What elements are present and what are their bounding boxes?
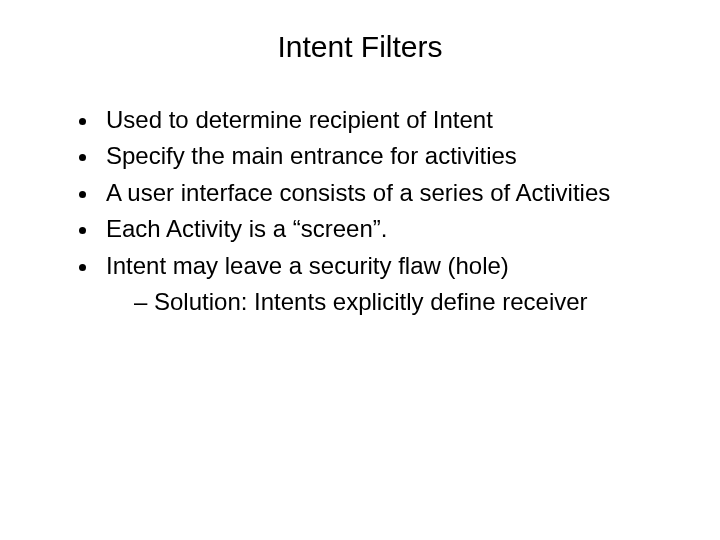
slide: Intent Filters Used to determine recipie…	[0, 0, 720, 540]
bullet-item: A user interface consists of a series of…	[100, 177, 680, 209]
sub-bullet-item: Solution: Intents explicitly define rece…	[134, 286, 680, 318]
bullet-text: A user interface consists of a series of…	[106, 179, 610, 206]
bullet-item: Each Activity is a “screen”.	[100, 213, 680, 245]
bullet-list: Used to determine recipient of Intent Sp…	[40, 104, 680, 318]
sub-bullet-text: Solution: Intents explicitly define rece…	[154, 288, 588, 315]
bullet-text: Each Activity is a “screen”.	[106, 215, 387, 242]
bullet-text: Used to determine recipient of Intent	[106, 106, 493, 133]
bullet-item: Specify the main entrance for activities	[100, 140, 680, 172]
bullet-text: Intent may leave a security flaw (hole)	[106, 252, 509, 279]
bullet-item: Used to determine recipient of Intent	[100, 104, 680, 136]
bullet-item: Intent may leave a security flaw (hole) …	[100, 250, 680, 319]
sub-list: Solution: Intents explicitly define rece…	[106, 286, 680, 318]
slide-title: Intent Filters	[40, 30, 680, 64]
bullet-text: Specify the main entrance for activities	[106, 142, 517, 169]
